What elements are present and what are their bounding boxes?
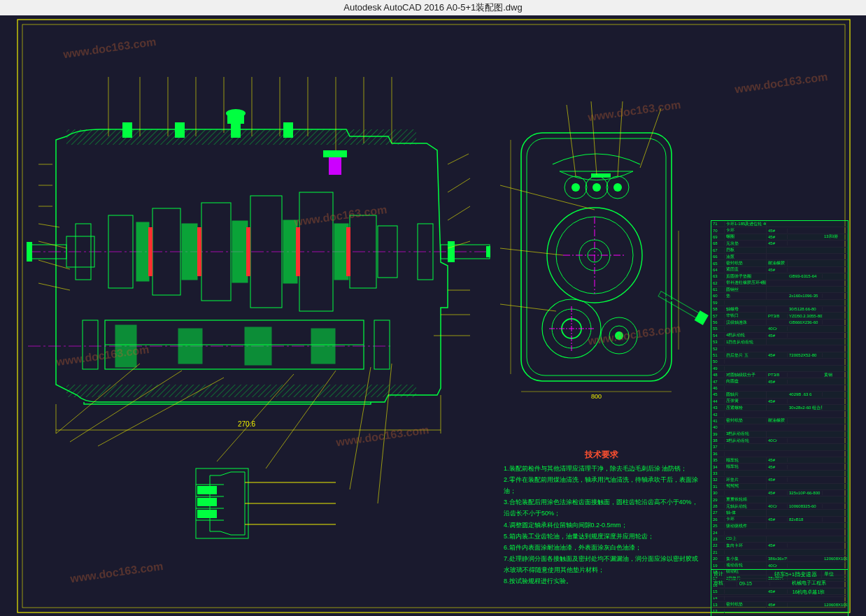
parts-list-row: 29重重铁轮箱: [711, 496, 848, 503]
svg-point-103: [613, 183, 622, 192]
tech-requirements: 技术要求 1.装配前检件与其他清理应清理干净，除去毛边毛刺后涂 油防锈； 2.零…: [504, 447, 700, 587]
parts-list-row: 56汉级轴连珠GB666X236-60: [711, 320, 848, 326]
parts-list-row: 47向圆盘45#: [711, 378, 848, 385]
parts-list-row: 45圆轴片4029B .63 6: [711, 392, 848, 398]
parts-list-row: 50: [711, 359, 848, 365]
parts-list-row: 21: [711, 550, 848, 556]
parts-list-row: 22集向卡环45#: [711, 543, 848, 549]
parts-list-row: 57华铁口PT3/8YZD50.2.3055-80: [711, 313, 848, 319]
parts-list-row: 34顺车轮45#: [711, 464, 848, 470]
parts-list-row: 69螺圈45#13和/港: [711, 234, 848, 241]
tb-checker-label: 审核: [711, 580, 737, 587]
svg-line-122: [567, 105, 576, 176]
title-block: 设计 轿车5+1挡变速器 单位 审核 09-15 机械电子工程系 16机电卓越1…: [711, 569, 849, 613]
spec-item: 4.调整圆定轴承科位留轴向间隙0.2-0.5mm；: [504, 520, 700, 531]
parts-list-row: 544档从动轮45#: [711, 333, 848, 339]
parts-list-row: 42: [711, 411, 848, 417]
spec-title: 技术要求: [504, 447, 700, 463]
parts-list-row: 65密封纸垫耐油橡胶: [711, 260, 848, 266]
parts-list-row: 33: [711, 471, 848, 477]
parts-list-row: 531挡击从动齿轮: [711, 339, 848, 345]
parts-list-row: 20集小集386x36x7\120608X1096-35: [711, 556, 848, 562]
parts-list-row: 71卡环1-185及进位轮 400-1: [711, 221, 848, 227]
parts-list-row: 383档从动齿轮40Cr: [711, 438, 848, 444]
svg-line-128: [500, 304, 556, 311]
svg-point-101: [572, 183, 580, 192]
window-title: Autodesk AutoCAD 2016 A0-5+1装配图.dwg: [343, 2, 522, 13]
parts-list-row: 25驱动驱线件: [711, 523, 848, 529]
parts-list-row: 51挡后垫片 五45#720052X52-80: [711, 352, 848, 359]
parts-list-row: 26卡环45#82xB18: [711, 517, 848, 523]
parts-list-row: 62带补连柱橡胶压环4圈: [711, 280, 848, 287]
parts-list-row: 59: [711, 300, 848, 306]
spec-item: 2.零件在装配前用煤油清洗，轴承用汽油清洗，待轴承吹干后，表面涂油；: [504, 474, 700, 496]
parts-list-row: 52: [711, 345, 848, 352]
spec-item: 1.装配前检件与其他清理应清理干净，除去毛边毛刺后涂 油防锈；: [504, 463, 700, 474]
tb-dept: 机械电子工程系: [770, 580, 848, 587]
drawing-canvas[interactable]: 270.6: [0, 14, 866, 616]
parts-list-table: 71卡环1-185及进位轮 400-170卡环45#69螺圈45#13和/港68…: [711, 220, 849, 616]
parts-list-row: 63剪圆弹子垫圈GB93-6315-64: [711, 273, 848, 280]
parts-list-row: 37: [711, 444, 848, 450]
parts-list-row: 64紧固盖45#: [711, 267, 848, 273]
tb-designer-label: 设计: [711, 571, 737, 578]
parts-list-row: 3045#325x10P-66-800: [711, 490, 848, 496]
parts-list-row: 61圆钢丝: [711, 287, 848, 293]
spec-item: 6.箱件内表面涂耐油油漆，外表面涂灰白色油漆；: [504, 542, 700, 553]
parts-list-row: 35顺车轮45#: [711, 457, 848, 464]
parts-list-row: 393档从动齿轮: [711, 431, 848, 438]
window-title-bar: Autodesk AutoCAD 2016 A0-5+1装配图.dwg: [0, 0, 866, 15]
parts-list-row: 36: [711, 451, 848, 457]
svg-rect-120: [695, 310, 709, 325]
spec-item: 5.箱内装工业齿轮油，油量达到规度深度并应用轮齿；: [504, 531, 700, 542]
parts-list-row: 68无块垫45#: [711, 241, 848, 247]
tb-drawing-no: 09-15: [737, 581, 770, 586]
parts-list-row: 32环垫片45#: [711, 477, 848, 483]
parts-list-row: 5540Cr: [711, 326, 848, 332]
parts-list-row: 67挡板: [711, 248, 848, 254]
parts-list-row: 19项动齿轮40Cr: [711, 562, 848, 568]
parts-list-row: 44压弹簧45#: [711, 399, 848, 405]
tb-class: 16机电卓越1班: [770, 589, 848, 596]
parts-list-row: 43压紧螺栓30x28x2-60 组合用圆: [711, 405, 848, 411]
svg-line-121: [666, 297, 693, 313]
parts-list-row: 46: [711, 385, 848, 392]
parts-list-row: 31驾驾驾: [711, 484, 848, 490]
dim-width: 800: [591, 393, 602, 400]
parts-list-row: 23CD上: [711, 536, 848, 543]
svg-point-102: [592, 183, 601, 192]
spec-item: 8.按试验规程进行实验。: [504, 575, 700, 587]
parts-list-row: 58轴螺母30/5128.66-80: [711, 306, 848, 313]
parts-list-row: 24: [711, 529, 848, 536]
tb-unit: 单位: [822, 571, 848, 578]
parts-list-row: 70卡环45#: [711, 227, 848, 234]
svg-line-127: [500, 248, 563, 255]
parts-list-row: 27轴-体: [711, 510, 848, 516]
parts-list-row: 48对圆轴级联分子PT3/8黄钢: [711, 372, 848, 378]
parts-list-row: 49: [711, 366, 848, 372]
svg-point-118: [615, 331, 623, 340]
svg-rect-104: [591, 173, 611, 178]
parts-list-row: 66油泵: [711, 254, 848, 260]
parts-list-row: 41密封纸垫耐油橡胶: [711, 418, 848, 424]
spec-item: 7.处理静润分面各接触面及密封处均不漏漏油，润分面应涂以密封胶或水玻璃不得随意使…: [504, 553, 700, 575]
tb-project: 轿车5+1挡变速器: [770, 571, 822, 578]
spec-item: 3.合轮装配后用涂色法涂检齿面接触面，圆柱齿轮沿齿高不小于40%，沿齿长不小于5…: [504, 496, 700, 519]
parts-list-row: 60垫2x160x1096-35: [711, 293, 848, 299]
parts-list-row: 40: [711, 424, 848, 431]
parts-list-row: 28元轴从动轮40Cr100608325-60: [711, 503, 848, 510]
